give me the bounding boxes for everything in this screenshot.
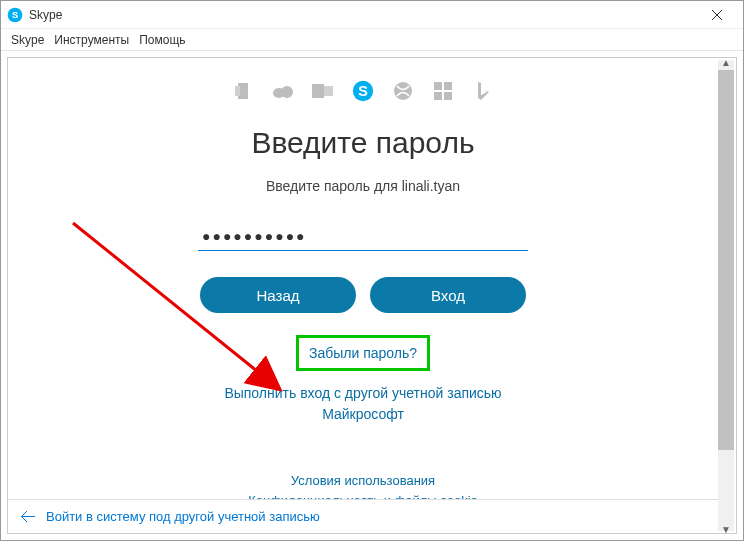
- windows-icon: [432, 80, 454, 102]
- svg-rect-13: [434, 82, 442, 90]
- window-title: Skype: [29, 8, 697, 22]
- other-account-link[interactable]: Выполнить вход с другой учетной записью: [8, 383, 718, 404]
- svg-text:S: S: [358, 83, 368, 99]
- scroll-up-icon[interactable]: ▲: [718, 57, 734, 70]
- menu-tools[interactable]: Инструменты: [54, 33, 129, 47]
- switch-account-link[interactable]: Войти в систему под другой учетной запис…: [46, 509, 320, 524]
- login-button[interactable]: Вход: [370, 277, 526, 313]
- bing-icon: [472, 80, 494, 102]
- page-title: Введите пароль: [8, 126, 718, 160]
- svg-rect-5: [235, 86, 240, 96]
- svg-text:S: S: [12, 10, 18, 20]
- titlebar: S Skype: [1, 1, 743, 29]
- scroll-thumb[interactable]: [718, 70, 734, 450]
- svg-rect-8: [312, 84, 324, 98]
- svg-point-7: [281, 86, 293, 98]
- password-input[interactable]: [198, 222, 528, 251]
- forgot-password-link[interactable]: Забыли пароль?: [309, 345, 417, 361]
- svg-rect-15: [434, 92, 442, 100]
- onedrive-icon: [272, 80, 294, 102]
- menu-skype[interactable]: Skype: [11, 33, 44, 47]
- terms-link[interactable]: Условия использования: [8, 471, 718, 491]
- skype-icon: S: [352, 80, 374, 102]
- back-arrow-icon[interactable]: 🡠: [20, 508, 36, 526]
- subtitle: Введите пароль для linali.tyan: [8, 178, 718, 194]
- xbox-icon: [392, 80, 414, 102]
- svg-rect-9: [324, 86, 333, 96]
- menu-help[interactable]: Помощь: [139, 33, 185, 47]
- forgot-password-highlight: Забыли пароль?: [296, 335, 430, 371]
- back-button[interactable]: Назад: [200, 277, 356, 313]
- close-button[interactable]: [697, 2, 737, 28]
- scroll-down-icon[interactable]: ▼: [718, 521, 734, 534]
- privacy-link[interactable]: Конфиденциальность и файлы cookie: [8, 491, 718, 500]
- other-account-link-line2[interactable]: Майкрософт: [8, 404, 718, 425]
- office-icon: [232, 80, 254, 102]
- menubar: Skype Инструменты Помощь: [1, 29, 743, 51]
- svg-rect-14: [444, 82, 452, 90]
- outlook-icon: [312, 80, 334, 102]
- content-pane: S Введите пароль Введите пароль для lina…: [7, 57, 737, 534]
- svg-rect-16: [444, 92, 452, 100]
- bottom-bar: 🡠 Войти в систему под другой учетной зап…: [8, 499, 718, 533]
- scrollbar[interactable]: ▲ ▼: [718, 60, 734, 531]
- svg-point-12: [394, 82, 412, 100]
- service-icon-row: S: [8, 80, 718, 102]
- skype-icon: S: [7, 7, 23, 23]
